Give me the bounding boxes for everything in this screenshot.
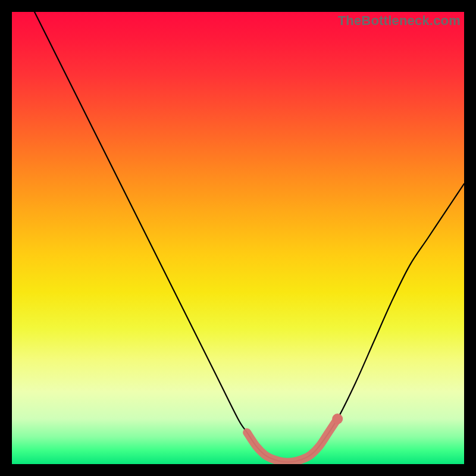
chart-frame: TheBottleneck.com bbox=[12, 12, 464, 464]
main-curve bbox=[35, 12, 464, 462]
highlight-dot bbox=[332, 414, 343, 424]
highlight-segment bbox=[247, 419, 337, 462]
curve-layer bbox=[12, 12, 464, 464]
plot-area bbox=[12, 12, 464, 464]
